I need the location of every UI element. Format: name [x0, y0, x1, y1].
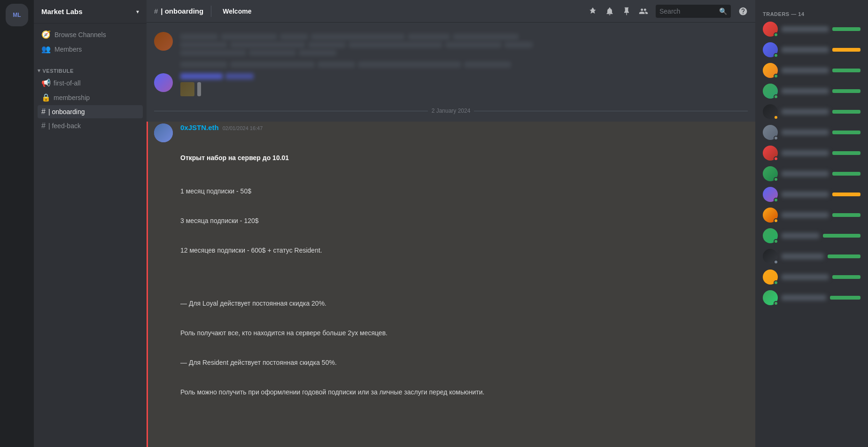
message-content	[180, 62, 748, 68]
message-line-3: 12 месяцев подписки - 600$ + статус Resi…	[180, 246, 748, 255]
member-status	[774, 32, 778, 37]
member-item[interactable]	[759, 122, 864, 143]
compass-icon: 🧭	[41, 30, 51, 39]
member-color-bar	[830, 296, 860, 300]
member-color-bar	[832, 213, 860, 217]
member-name	[782, 68, 829, 73]
topbar-right: 🔍	[588, 5, 748, 18]
member-item[interactable]	[759, 246, 864, 267]
member-item[interactable]	[759, 81, 864, 101]
message-body: Открыт набор на сервер до 10.01 1 месяц …	[180, 133, 748, 447]
server-header[interactable]: Market Labs ▾	[34, 0, 147, 23]
announce-icon: 📢	[41, 78, 51, 87]
member-status	[774, 301, 778, 306]
members-section-header: TRADERS — 14	[759, 8, 864, 19]
server-sidebar: ML	[0, 0, 34, 447]
sidebar-actions: 🧭 Browse Channels 👥 Members	[34, 23, 147, 60]
member-status	[774, 218, 778, 223]
message-resident-1: — Для Resident действует постоянная скид…	[180, 358, 748, 368]
member-item[interactable]	[759, 143, 864, 163]
member-item[interactable]	[759, 287, 864, 308]
channel-item-first-of-all[interactable]: 📢 first-of-all	[38, 76, 143, 90]
hash-icon: #	[41, 108, 46, 116]
message-group-blurred-2	[147, 60, 755, 69]
member-name	[782, 192, 829, 197]
message-content-main: 0xJSTN.eth 02/01/2024 16:47 Открыт набор…	[180, 123, 748, 447]
message-loyal-1: — Для Loyal действует постоянная скидка …	[180, 299, 748, 308]
member-item[interactable]	[759, 184, 864, 205]
avatar	[154, 32, 173, 51]
member-status	[774, 198, 778, 202]
member-color-bar	[832, 131, 860, 134]
member-name	[782, 295, 826, 301]
member-name	[782, 274, 829, 280]
server-name: Market Labs	[41, 8, 83, 15]
message-group-blurred-1	[147, 30, 755, 58]
search-bar[interactable]: 🔍	[656, 5, 731, 18]
pin-icon[interactable]	[622, 7, 631, 16]
member-color-bar	[832, 27, 860, 31]
message-resident-2: Роль можно получить при оформлении годов…	[180, 387, 748, 397]
member-color-bar	[832, 275, 860, 279]
date-divider-text: 2 January 2024	[432, 108, 471, 114]
channel-item-onboarding[interactable]: # | onboarding	[38, 105, 143, 118]
main-content: # | onboarding Welcome 🔍	[147, 0, 755, 447]
member-status	[774, 239, 778, 244]
member-avatar	[763, 42, 778, 57]
member-name	[782, 109, 829, 115]
member-item[interactable]	[759, 60, 864, 81]
member-name	[782, 254, 824, 259]
channel-item-membership[interactable]: 🔒 membership	[38, 91, 143, 104]
channel-label: membership	[54, 94, 90, 101]
tab-welcome[interactable]: Welcome	[219, 6, 255, 17]
member-avatar	[763, 249, 778, 264]
boost-icon[interactable]	[588, 7, 597, 16]
member-avatar	[763, 63, 778, 78]
browse-channels-label: Browse Channels	[54, 31, 106, 39]
channel-item-feed-back[interactable]: # | feed-back	[38, 119, 143, 132]
member-item[interactable]	[759, 19, 864, 39]
member-item[interactable]	[759, 267, 864, 287]
member-color-bar	[832, 110, 860, 114]
message-avatar	[154, 123, 173, 142]
browse-channels-button[interactable]: 🧭 Browse Channels	[38, 27, 143, 42]
member-item[interactable]	[759, 163, 864, 184]
member-avatar	[763, 22, 778, 37]
member-status	[774, 260, 778, 264]
member-color-bar	[832, 89, 860, 93]
member-item[interactable]	[759, 225, 864, 246]
member-color-bar	[832, 69, 860, 72]
member-name	[782, 26, 829, 32]
hash-icon: #	[41, 122, 46, 130]
server-icon[interactable]: ML	[6, 4, 28, 26]
message-line-2: 3 месяца подписки - 120$	[180, 216, 748, 226]
member-name	[782, 47, 829, 53]
member-item[interactable]	[759, 39, 864, 60]
member-avatar	[763, 187, 778, 202]
message-spacer-2	[180, 417, 748, 421]
member-status	[774, 53, 778, 58]
help-icon[interactable]	[738, 7, 748, 16]
topbar: # | onboarding Welcome 🔍	[147, 0, 755, 23]
member-name	[782, 88, 829, 94]
member-color-bar	[832, 151, 860, 155]
member-name	[782, 130, 829, 135]
topbar-channel: # | onboarding	[154, 7, 203, 15]
member-avatar	[763, 146, 778, 161]
member-status	[774, 94, 778, 99]
member-item[interactable]	[759, 205, 864, 225]
search-input[interactable]	[659, 8, 715, 15]
chevron-icon: ▾	[38, 68, 41, 74]
members-icon[interactable]	[639, 7, 648, 16]
member-item[interactable]	[759, 101, 864, 122]
message-content	[180, 73, 748, 96]
member-avatar	[763, 104, 778, 119]
member-avatar	[763, 270, 778, 285]
lock-icon: 🔒	[41, 93, 51, 102]
message-spacer	[180, 275, 748, 279]
member-avatar	[763, 125, 778, 140]
category-vestibule[interactable]: ▾ VESTIBULE	[34, 60, 147, 76]
members-button[interactable]: 👥 Members	[38, 42, 143, 56]
search-icon: 🔍	[719, 8, 727, 15]
bell-icon[interactable]	[605, 7, 614, 16]
